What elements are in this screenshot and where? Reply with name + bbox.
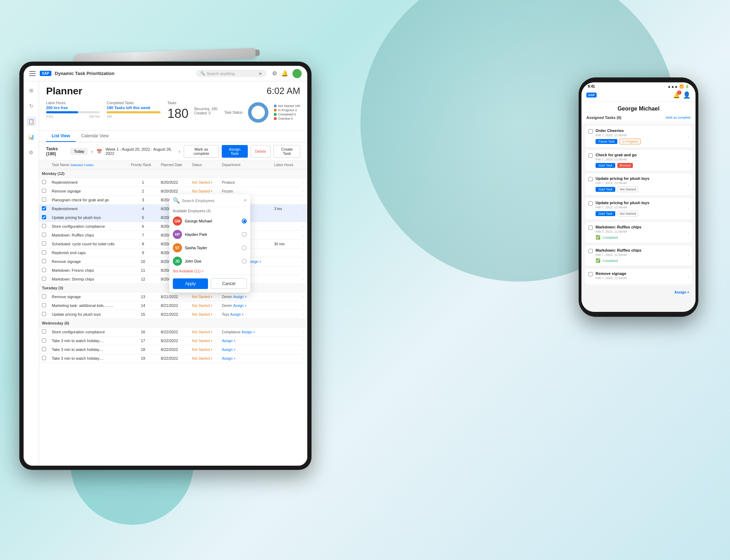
task-checkbox[interactable] [42, 268, 46, 272]
hamburger-menu-icon[interactable] [29, 71, 36, 76]
task-checkbox[interactable] [42, 206, 46, 210]
assign-link-15[interactable]: Assign + [230, 313, 244, 316]
table-row[interactable]: Update pricing for plush toys 15 8/21/20… [39, 310, 307, 319]
status-badge[interactable]: Not Started [192, 295, 212, 299]
table-row[interactable]: Replenishment 1 8/20/2022 Not Started Pr… [39, 178, 307, 187]
col-department[interactable]: Department [219, 161, 271, 169]
task-checkbox[interactable] [42, 294, 46, 298]
phone-task-item[interactable]: Remove signage Feb 7, 2023, 11:00AM › [585, 269, 692, 284]
assign-link-14[interactable]: Assign + [233, 304, 247, 308]
employee-item[interactable]: GM George Michael [169, 214, 250, 228]
table-row[interactable]: Take 3 min to watch holiday.... 17 8/22/… [39, 336, 307, 345]
search-bar[interactable]: 🔍 Search anything ▶ [196, 70, 266, 77]
task-checkbox[interactable] [42, 180, 46, 184]
not-available-label[interactable]: Not Available (11) > [169, 268, 250, 275]
employee-radio[interactable] [242, 245, 247, 250]
task-checkbox[interactable] [42, 312, 46, 316]
task-checkbox[interactable] [42, 241, 46, 246]
employee-item[interactable]: JD John Doe [169, 254, 250, 268]
settings-icon[interactable]: ⚙ [272, 70, 277, 77]
sidebar-icon-chart[interactable]: 📊 [26, 132, 36, 142]
assign-link-19[interactable]: Assign + [222, 357, 235, 360]
task-checkbox[interactable] [42, 338, 46, 342]
apply-button[interactable]: Apply [173, 278, 208, 289]
status-badge[interactable]: Not Started [192, 339, 212, 343]
phone-task-item[interactable]: Markdown: Ruffles chips Feb 7, 2023, 11:… [585, 245, 692, 266]
cancel-button[interactable]: Cancel [211, 278, 247, 289]
phone-task-item[interactable]: Check for grab and go Feb 7, 2023, 11:00… [585, 150, 692, 171]
employee-radio[interactable] [242, 232, 247, 237]
sidebar-icon-refresh[interactable]: ↻ [26, 101, 36, 111]
status-badge[interactable]: Not Started [192, 304, 212, 308]
employee-item[interactable]: ST Sasha Tayler [169, 241, 250, 254]
table-row[interactable]: Take 3 min to watch holiday.... 19 8/22/… [39, 354, 307, 363]
task-action-button[interactable]: Pause Task [596, 139, 617, 144]
tab-calendar-view[interactable]: Calendar View [76, 131, 114, 142]
col-labor-hours[interactable]: Labor Hours [271, 161, 300, 169]
phone-mark-complete-button[interactable]: Mark as complete [666, 116, 691, 119]
task-checkbox[interactable] [42, 250, 46, 254]
col-status[interactable]: Status [189, 161, 219, 169]
sidebar-icon-home[interactable]: ⊞ [26, 86, 36, 95]
task-checkbox[interactable] [42, 329, 46, 334]
table-row[interactable]: Take 3 min to watch holiday.... 18 8/22/… [39, 345, 307, 354]
phone-task-checkbox[interactable] [589, 129, 593, 133]
status-badge[interactable]: Not Started [192, 313, 212, 316]
phone-task-checkbox[interactable] [589, 201, 593, 206]
status-badge[interactable]: Not Started [192, 330, 212, 334]
assign-link-13[interactable]: Assign + [233, 295, 247, 299]
task-checkbox[interactable] [42, 356, 46, 360]
sidebar-icon-calendar[interactable]: 📋 [26, 117, 36, 126]
next-week-button[interactable]: › [178, 149, 180, 154]
phone-task-item[interactable]: Update pricing for plush toys Feb 7, 202… [585, 198, 692, 219]
status-badge[interactable]: Not Started [192, 348, 212, 352]
phone-assign-button[interactable]: Assign + [674, 290, 689, 294]
task-action-button[interactable]: Start Task [596, 187, 615, 192]
task-checkbox[interactable] [42, 215, 46, 219]
phone-task-item[interactable]: Update pricing for plush toys Feb 7, 202… [585, 174, 692, 195]
task-checkbox[interactable] [42, 303, 46, 307]
phone-task-checkbox[interactable] [589, 249, 593, 253]
task-checkbox[interactable] [42, 277, 46, 281]
table-row[interactable]: Marketing task: additional kids.........… [39, 301, 307, 310]
task-checkbox[interactable] [42, 259, 46, 263]
phone-task-checkbox[interactable] [589, 272, 593, 276]
task-checkbox[interactable] [42, 197, 46, 202]
phone-task-checkbox[interactable] [589, 226, 593, 230]
status-badge[interactable]: Not Started [192, 189, 212, 193]
task-checkbox[interactable] [42, 233, 46, 237]
assign-link-18[interactable]: Assign + [222, 348, 235, 352]
employee-item[interactable]: HP Hayden Park [169, 228, 250, 241]
today-button[interactable]: Today [70, 148, 88, 155]
status-badge[interactable]: Not Started [192, 181, 212, 184]
assign-task-button[interactable]: Assign Task [222, 145, 248, 158]
notification-icon[interactable]: 🔔 [281, 70, 288, 77]
popup-search-clear[interactable]: ✕ [244, 198, 247, 203]
task-action-button[interactable]: Start Task [596, 211, 615, 216]
phone-task-item[interactable]: Markdown: Ruffles chips Feb 7, 2023, 11:… [585, 222, 692, 243]
assign-link-16[interactable]: Assign + [241, 330, 255, 334]
delete-button[interactable]: Delete [251, 145, 271, 158]
col-date[interactable]: Planned Date [158, 161, 189, 169]
task-checkbox[interactable] [42, 347, 46, 351]
assign-link-17[interactable]: Assign + [222, 339, 235, 343]
employee-radio[interactable] [242, 259, 247, 264]
tab-list-view[interactable]: List View [46, 131, 76, 142]
task-checkbox[interactable] [42, 224, 46, 228]
employee-search-input[interactable] [182, 199, 241, 203]
task-action-button[interactable]: Start Task [596, 163, 615, 168]
phone-notification-icon[interactable]: 🔔 1 [673, 92, 680, 99]
phone-user-icon[interactable]: 👤 [683, 91, 691, 99]
employee-radio[interactable] [242, 219, 247, 224]
phone-task-checkbox[interactable] [589, 177, 593, 181]
sidebar-icon-settings[interactable]: ⚙ [26, 147, 36, 157]
user-avatar[interactable] [292, 69, 302, 78]
table-row[interactable]: Store configuration compliance 16 8/22/2… [39, 328, 307, 336]
task-checkbox[interactable] [42, 189, 46, 193]
col-priority[interactable]: Priority Rank [128, 161, 158, 169]
mark-complete-button[interactable]: Mark as complete [184, 145, 219, 158]
create-task-button[interactable]: Create Task [273, 145, 300, 158]
col-task-name[interactable]: Task Name Selected 3 tasks [49, 161, 128, 169]
phone-task-item[interactable]: Order Cheerios Feb 7, 2023, 11:00AM Paus… [585, 126, 692, 147]
prev-week-button[interactable]: ‹ [91, 149, 93, 154]
